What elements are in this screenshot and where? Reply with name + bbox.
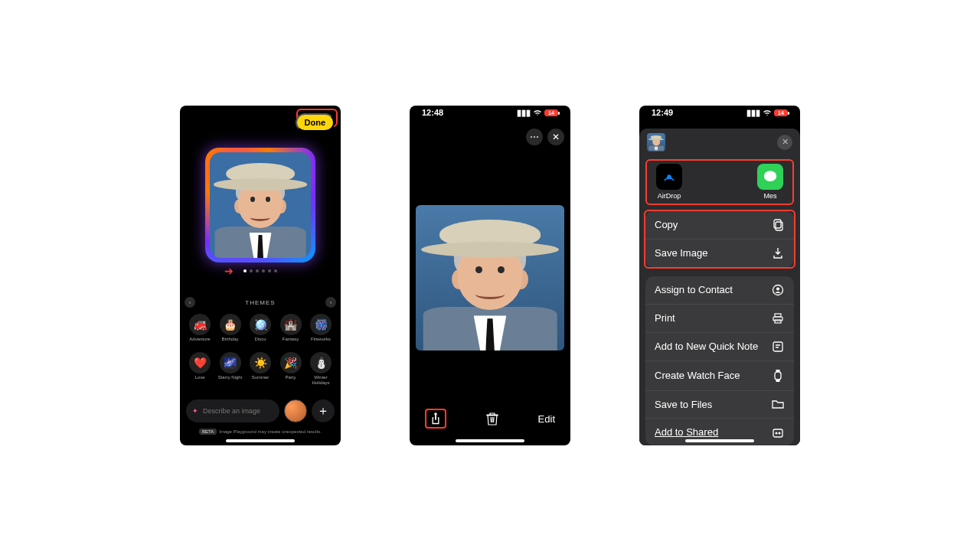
theme-label: Adventure (189, 337, 210, 346)
close-icon: ✕ (782, 137, 789, 147)
theme-icon: 🪩 (250, 314, 271, 335)
add-button[interactable]: ＋ (312, 399, 335, 422)
status-bar: 12:49 ▮▮▮ 14 (639, 106, 800, 119)
theme-label: Disco (254, 337, 266, 346)
action-copy[interactable]: Copy (645, 211, 794, 240)
status-time: 12:49 (652, 108, 673, 117)
battery-badge: 14 (774, 109, 788, 116)
prompt-bar: ✦ Describe an image ＋ (186, 399, 335, 422)
theme-fantasy[interactable]: 🏰Fantasy (277, 314, 305, 346)
action-label: Copy (655, 219, 678, 230)
share-sheet-header: ✕ (639, 129, 800, 156)
share-app-label: AirDrop (658, 192, 681, 200)
sparkle-icon: ✦ (192, 407, 198, 415)
theme-love[interactable]: ❤️Love (186, 352, 214, 384)
svg-rect-9 (773, 342, 782, 351)
themes-header: ‹ THEMES › (180, 297, 341, 308)
close-sheet-button[interactable]: ✕ (777, 135, 792, 150)
status-time: 12:48 (422, 108, 443, 117)
svg-rect-11 (776, 370, 780, 372)
signal-icon: ▮▮▮ (517, 108, 531, 118)
themes-row-2: ❤️Love🌌Starry Night☀️Summer🎉Party⛄Winter… (186, 352, 335, 384)
svg-rect-13 (773, 429, 782, 437)
messages-icon (757, 164, 783, 190)
action-add-to-new-quick-note[interactable]: Add to New Quick Note (645, 333, 794, 361)
screenshot-triptych: Done ➔ ‹ THEMES › 🚒Adve (0, 0, 980, 551)
themes-next-button[interactable]: › (325, 297, 336, 308)
more-button[interactable]: ⋯ (526, 129, 543, 145)
action-label: Add to Shared (655, 426, 718, 438)
battery-badge: 14 (544, 109, 558, 116)
avatar-man-hat (416, 205, 564, 350)
action-label: Create Watch Face (655, 370, 740, 381)
theme-summer[interactable]: ☀️Summer (247, 352, 274, 384)
share-app-mes[interactable]: Mes (753, 164, 788, 200)
svg-point-1 (764, 171, 777, 182)
theme-icon: 🌌 (220, 352, 241, 373)
share-button[interactable] (430, 412, 442, 425)
actions-group-2: Assign to ContactPrintAdd to New Quick N… (645, 276, 794, 445)
theme-starry-night[interactable]: 🌌Starry Night (217, 352, 244, 384)
theme-label: Winter Holidays (307, 375, 335, 384)
action-save-image[interactable]: Save Image (645, 240, 794, 267)
theme-icon: ❤️ (189, 352, 211, 373)
svg-rect-6 (775, 314, 781, 317)
action-print[interactable]: Print (645, 305, 794, 333)
share-preview-thumbnail[interactable] (647, 133, 665, 152)
theme-fireworks[interactable]: 🎆Fireworks (307, 314, 335, 346)
disclaimer-text: Image Playground may create unexpected r… (219, 429, 322, 434)
airdrop-icon (656, 164, 682, 190)
home-indicator (685, 439, 754, 442)
svg-rect-10 (775, 372, 781, 380)
image-full-view[interactable] (416, 205, 564, 350)
phone-1-image-playground: Done ➔ ‹ THEMES › 🚒Adve (180, 106, 341, 445)
theme-label: Summer (252, 375, 270, 384)
theme-label: Starry Night (218, 375, 243, 384)
svg-rect-3 (776, 222, 782, 230)
phone-2-image-viewer: 12:48 ▮▮▮ 14 ⋯ ✕ (410, 106, 570, 445)
edit-button[interactable]: Edit (538, 413, 555, 425)
share-sheet: ✕ AirDropMes CopySave Image Assign to Co… (639, 129, 800, 445)
action-save-to-files[interactable]: Save to Files (645, 391, 794, 419)
close-button[interactable]: ✕ (547, 129, 564, 145)
beta-badge: BETA (199, 429, 217, 435)
done-button[interactable]: Done (296, 113, 335, 132)
ellipsis-icon: ⋯ (530, 132, 539, 142)
action-assign-to-contact[interactable]: Assign to Contact (645, 276, 794, 305)
share-app-label: Mes (763, 192, 776, 200)
theme-birthday[interactable]: 🎂Birthday (217, 314, 244, 346)
action-create-watch-face[interactable]: Create Watch Face (645, 361, 794, 391)
delete-button[interactable] (486, 412, 498, 425)
phone-3-share-sheet: 12:49 ▮▮▮ 14 ✕ (639, 106, 800, 445)
status-bar: 12:48 ▮▮▮ 14 (410, 106, 570, 119)
trash-icon (486, 412, 498, 425)
theme-icon: ⛄ (310, 352, 332, 373)
theme-winter-holidays[interactable]: ⛄Winter Holidays (307, 352, 335, 384)
theme-disco[interactable]: 🪩Disco (247, 314, 274, 346)
highlight-share (425, 409, 446, 429)
theme-label: Fantasy (283, 337, 299, 346)
home-indicator (456, 439, 524, 442)
share-icon (430, 412, 442, 425)
theme-icon: 🚒 (189, 314, 211, 335)
theme-adventure[interactable]: 🚒Adventure (186, 314, 214, 346)
themes-prev-button[interactable]: ‹ (185, 297, 195, 308)
theme-icon: ☀️ (250, 352, 271, 373)
share-app-airdrop[interactable]: AirDrop (652, 164, 687, 200)
theme-icon: 🏰 (280, 314, 302, 335)
svg-point-14 (776, 432, 778, 434)
page-indicator[interactable] (243, 269, 277, 272)
theme-icon: 🎉 (280, 352, 302, 373)
theme-label: Love (194, 375, 204, 384)
svg-rect-2 (774, 220, 781, 228)
source-photo-thumbnail[interactable] (284, 399, 307, 422)
shared-icon (771, 426, 785, 439)
theme-party[interactable]: 🎉Party (277, 352, 305, 384)
theme-label: Party (285, 375, 296, 384)
action-label: Print (655, 312, 675, 324)
folder-icon (771, 399, 785, 409)
theme-label: Birthday (221, 337, 238, 346)
generated-image-preview[interactable] (205, 148, 315, 262)
prompt-input[interactable]: ✦ Describe an image (186, 399, 279, 422)
close-icon: ✕ (552, 132, 560, 142)
